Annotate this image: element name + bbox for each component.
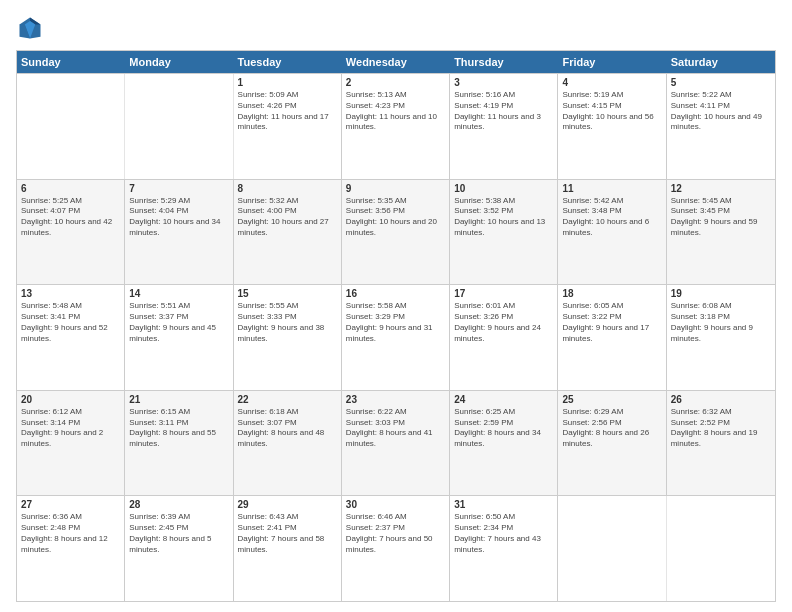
calendar-cell: 23Sunrise: 6:22 AMSunset: 3:03 PMDayligh… — [342, 391, 450, 496]
cell-info: Sunrise: 6:12 AMSunset: 3:14 PMDaylight:… — [21, 407, 120, 450]
cell-day-number: 30 — [346, 499, 445, 510]
calendar-cell: 20Sunrise: 6:12 AMSunset: 3:14 PMDayligh… — [17, 391, 125, 496]
cell-day-number: 26 — [671, 394, 771, 405]
calendar-cell: 10Sunrise: 5:38 AMSunset: 3:52 PMDayligh… — [450, 180, 558, 285]
cell-info: Sunrise: 6:43 AMSunset: 2:41 PMDaylight:… — [238, 512, 337, 555]
cell-day-number: 28 — [129, 499, 228, 510]
cell-info: Sunrise: 6:08 AMSunset: 3:18 PMDaylight:… — [671, 301, 771, 344]
cell-day-number: 31 — [454, 499, 553, 510]
cell-info: Sunrise: 5:55 AMSunset: 3:33 PMDaylight:… — [238, 301, 337, 344]
cell-day-number: 8 — [238, 183, 337, 194]
cell-day-number: 25 — [562, 394, 661, 405]
page: SundayMondayTuesdayWednesdayThursdayFrid… — [0, 0, 792, 612]
week-row: 27Sunrise: 6:36 AMSunset: 2:48 PMDayligh… — [17, 495, 775, 601]
cell-info: Sunrise: 6:29 AMSunset: 2:56 PMDaylight:… — [562, 407, 661, 450]
cell-day-number: 24 — [454, 394, 553, 405]
cell-day-number: 18 — [562, 288, 661, 299]
cell-day-number: 6 — [21, 183, 120, 194]
cell-info: Sunrise: 5:48 AMSunset: 3:41 PMDaylight:… — [21, 301, 120, 344]
calendar-cell: 1Sunrise: 5:09 AMSunset: 4:26 PMDaylight… — [234, 74, 342, 179]
cell-day-number: 13 — [21, 288, 120, 299]
cell-info: Sunrise: 6:15 AMSunset: 3:11 PMDaylight:… — [129, 407, 228, 450]
cell-day-number: 1 — [238, 77, 337, 88]
week-row: 1Sunrise: 5:09 AMSunset: 4:26 PMDaylight… — [17, 73, 775, 179]
cell-info: Sunrise: 6:36 AMSunset: 2:48 PMDaylight:… — [21, 512, 120, 555]
calendar-cell: 12Sunrise: 5:45 AMSunset: 3:45 PMDayligh… — [667, 180, 775, 285]
week-row: 6Sunrise: 5:25 AMSunset: 4:07 PMDaylight… — [17, 179, 775, 285]
header — [16, 14, 776, 42]
calendar-cell: 26Sunrise: 6:32 AMSunset: 2:52 PMDayligh… — [667, 391, 775, 496]
calendar-cell: 18Sunrise: 6:05 AMSunset: 3:22 PMDayligh… — [558, 285, 666, 390]
day-header-sunday: Sunday — [17, 51, 125, 73]
cell-day-number: 5 — [671, 77, 771, 88]
calendar-cell: 16Sunrise: 5:58 AMSunset: 3:29 PMDayligh… — [342, 285, 450, 390]
calendar-cell: 24Sunrise: 6:25 AMSunset: 2:59 PMDayligh… — [450, 391, 558, 496]
cell-info: Sunrise: 6:18 AMSunset: 3:07 PMDaylight:… — [238, 407, 337, 450]
calendar-cell — [125, 74, 233, 179]
cell-day-number: 29 — [238, 499, 337, 510]
cell-info: Sunrise: 5:19 AMSunset: 4:15 PMDaylight:… — [562, 90, 661, 133]
logo — [16, 14, 48, 42]
cell-info: Sunrise: 6:32 AMSunset: 2:52 PMDaylight:… — [671, 407, 771, 450]
day-header-monday: Monday — [125, 51, 233, 73]
cell-day-number: 22 — [238, 394, 337, 405]
cell-day-number: 7 — [129, 183, 228, 194]
cell-info: Sunrise: 5:22 AMSunset: 4:11 PMDaylight:… — [671, 90, 771, 133]
calendar-cell: 14Sunrise: 5:51 AMSunset: 3:37 PMDayligh… — [125, 285, 233, 390]
day-headers: SundayMondayTuesdayWednesdayThursdayFrid… — [17, 51, 775, 73]
day-header-tuesday: Tuesday — [234, 51, 342, 73]
cell-day-number: 9 — [346, 183, 445, 194]
calendar-cell — [667, 496, 775, 601]
cell-day-number: 2 — [346, 77, 445, 88]
day-header-thursday: Thursday — [450, 51, 558, 73]
cell-info: Sunrise: 6:22 AMSunset: 3:03 PMDaylight:… — [346, 407, 445, 450]
calendar: SundayMondayTuesdayWednesdayThursdayFrid… — [16, 50, 776, 602]
cell-info: Sunrise: 5:25 AMSunset: 4:07 PMDaylight:… — [21, 196, 120, 239]
weeks: 1Sunrise: 5:09 AMSunset: 4:26 PMDaylight… — [17, 73, 775, 601]
calendar-cell: 8Sunrise: 5:32 AMSunset: 4:00 PMDaylight… — [234, 180, 342, 285]
week-row: 13Sunrise: 5:48 AMSunset: 3:41 PMDayligh… — [17, 284, 775, 390]
calendar-cell: 30Sunrise: 6:46 AMSunset: 2:37 PMDayligh… — [342, 496, 450, 601]
cell-info: Sunrise: 5:58 AMSunset: 3:29 PMDaylight:… — [346, 301, 445, 344]
cell-info: Sunrise: 5:42 AMSunset: 3:48 PMDaylight:… — [562, 196, 661, 239]
cell-info: Sunrise: 5:16 AMSunset: 4:19 PMDaylight:… — [454, 90, 553, 133]
calendar-cell — [17, 74, 125, 179]
day-header-saturday: Saturday — [667, 51, 775, 73]
calendar-cell: 25Sunrise: 6:29 AMSunset: 2:56 PMDayligh… — [558, 391, 666, 496]
cell-info: Sunrise: 6:25 AMSunset: 2:59 PMDaylight:… — [454, 407, 553, 450]
calendar-cell: 21Sunrise: 6:15 AMSunset: 3:11 PMDayligh… — [125, 391, 233, 496]
calendar-cell: 4Sunrise: 5:19 AMSunset: 4:15 PMDaylight… — [558, 74, 666, 179]
cell-info: Sunrise: 5:38 AMSunset: 3:52 PMDaylight:… — [454, 196, 553, 239]
calendar-cell: 13Sunrise: 5:48 AMSunset: 3:41 PMDayligh… — [17, 285, 125, 390]
cell-info: Sunrise: 6:46 AMSunset: 2:37 PMDaylight:… — [346, 512, 445, 555]
calendar-cell: 22Sunrise: 6:18 AMSunset: 3:07 PMDayligh… — [234, 391, 342, 496]
cell-day-number: 3 — [454, 77, 553, 88]
day-header-wednesday: Wednesday — [342, 51, 450, 73]
calendar-cell: 15Sunrise: 5:55 AMSunset: 3:33 PMDayligh… — [234, 285, 342, 390]
calendar-cell: 27Sunrise: 6:36 AMSunset: 2:48 PMDayligh… — [17, 496, 125, 601]
cell-info: Sunrise: 5:45 AMSunset: 3:45 PMDaylight:… — [671, 196, 771, 239]
cell-info: Sunrise: 6:01 AMSunset: 3:26 PMDaylight:… — [454, 301, 553, 344]
cell-day-number: 14 — [129, 288, 228, 299]
cell-day-number: 10 — [454, 183, 553, 194]
cell-info: Sunrise: 5:32 AMSunset: 4:00 PMDaylight:… — [238, 196, 337, 239]
cell-day-number: 17 — [454, 288, 553, 299]
calendar-cell: 28Sunrise: 6:39 AMSunset: 2:45 PMDayligh… — [125, 496, 233, 601]
calendar-cell: 6Sunrise: 5:25 AMSunset: 4:07 PMDaylight… — [17, 180, 125, 285]
cell-info: Sunrise: 5:29 AMSunset: 4:04 PMDaylight:… — [129, 196, 228, 239]
cell-day-number: 21 — [129, 394, 228, 405]
calendar-cell: 5Sunrise: 5:22 AMSunset: 4:11 PMDaylight… — [667, 74, 775, 179]
cell-day-number: 12 — [671, 183, 771, 194]
calendar-cell: 9Sunrise: 5:35 AMSunset: 3:56 PMDaylight… — [342, 180, 450, 285]
cell-info: Sunrise: 5:13 AMSunset: 4:23 PMDaylight:… — [346, 90, 445, 133]
calendar-cell: 31Sunrise: 6:50 AMSunset: 2:34 PMDayligh… — [450, 496, 558, 601]
calendar-cell: 29Sunrise: 6:43 AMSunset: 2:41 PMDayligh… — [234, 496, 342, 601]
cell-day-number: 19 — [671, 288, 771, 299]
cell-day-number: 4 — [562, 77, 661, 88]
cell-info: Sunrise: 6:39 AMSunset: 2:45 PMDaylight:… — [129, 512, 228, 555]
cell-day-number: 16 — [346, 288, 445, 299]
cell-info: Sunrise: 6:05 AMSunset: 3:22 PMDaylight:… — [562, 301, 661, 344]
cell-info: Sunrise: 6:50 AMSunset: 2:34 PMDaylight:… — [454, 512, 553, 555]
cell-day-number: 11 — [562, 183, 661, 194]
calendar-cell: 19Sunrise: 6:08 AMSunset: 3:18 PMDayligh… — [667, 285, 775, 390]
